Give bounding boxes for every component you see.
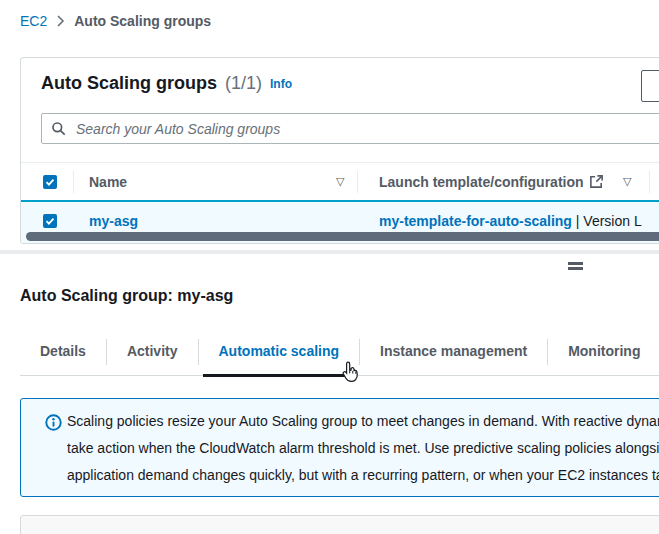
split-panel-divider[interactable] bbox=[0, 250, 659, 254]
breadcrumb: EC2 Auto Scaling groups bbox=[20, 13, 211, 29]
info-icon bbox=[45, 414, 62, 434]
split-panel-drag-handle-icon[interactable] bbox=[568, 262, 583, 272]
tab-monitoring[interactable]: Monitoring bbox=[548, 329, 659, 375]
hand-pointer-cursor-icon bbox=[341, 360, 362, 386]
banner-text: Scaling policies resize your Auto Scalin… bbox=[67, 408, 659, 489]
horizontal-scrollbar[interactable] bbox=[26, 232, 659, 241]
sort-icon-launch-template[interactable]: ▽ bbox=[623, 175, 631, 188]
asg-name-link[interactable]: my-asg bbox=[89, 213, 138, 229]
info-link[interactable]: Info bbox=[270, 77, 292, 91]
row-checkbox[interactable] bbox=[43, 214, 57, 228]
check-icon bbox=[45, 216, 55, 226]
launch-template-link[interactable]: my-template-for-auto-scaling bbox=[379, 213, 572, 229]
banner-line: Scaling policies resize your Auto Scalin… bbox=[67, 408, 659, 435]
table-header-row: Name ▽ Launch template/configuration ▽ bbox=[21, 162, 659, 201]
banner-line: application demand changes quickly, but … bbox=[67, 462, 659, 489]
search-box bbox=[41, 113, 659, 144]
check-icon bbox=[45, 177, 55, 187]
breadcrumb-ec2-link[interactable]: EC2 bbox=[20, 13, 47, 29]
tab-details[interactable]: Details bbox=[20, 329, 106, 375]
tab-automatic-scaling[interactable]: Automatic scaling bbox=[199, 329, 360, 375]
column-divider bbox=[73, 171, 74, 193]
launch-template-version: | Version L bbox=[572, 213, 642, 229]
tab-strip: Details Activity Automatic scaling Insta… bbox=[20, 329, 659, 376]
column-divider bbox=[649, 171, 650, 193]
panel-title: Auto Scaling groups bbox=[41, 73, 217, 94]
asg-list-panel: Auto Scaling groups (1/1) Info Name ▽ La… bbox=[20, 57, 659, 244]
banner-line: take action when the CloudWatch alarm th… bbox=[67, 435, 659, 462]
policies-card-header bbox=[20, 515, 659, 534]
tab-activity[interactable]: Activity bbox=[107, 329, 198, 375]
external-link-icon[interactable] bbox=[589, 174, 604, 192]
refresh-button[interactable] bbox=[641, 70, 659, 102]
select-all-checkbox[interactable] bbox=[43, 175, 57, 189]
column-divider bbox=[357, 171, 358, 193]
breadcrumb-current: Auto Scaling groups bbox=[74, 13, 211, 29]
panel-count: (1/1) bbox=[225, 73, 262, 94]
split-panel-heading: Auto Scaling group: my-asg bbox=[20, 287, 233, 305]
sort-icon-name[interactable]: ▽ bbox=[336, 175, 344, 188]
column-header-name: Name bbox=[89, 174, 127, 190]
column-header-launch-template: Launch template/configuration bbox=[379, 174, 584, 190]
scaling-info-banner: Scaling policies resize your Auto Scalin… bbox=[20, 398, 659, 497]
tab-instance-management[interactable]: Instance management bbox=[360, 329, 547, 375]
search-input[interactable] bbox=[74, 120, 659, 138]
search-icon bbox=[51, 121, 66, 136]
chevron-right-icon bbox=[56, 15, 65, 27]
